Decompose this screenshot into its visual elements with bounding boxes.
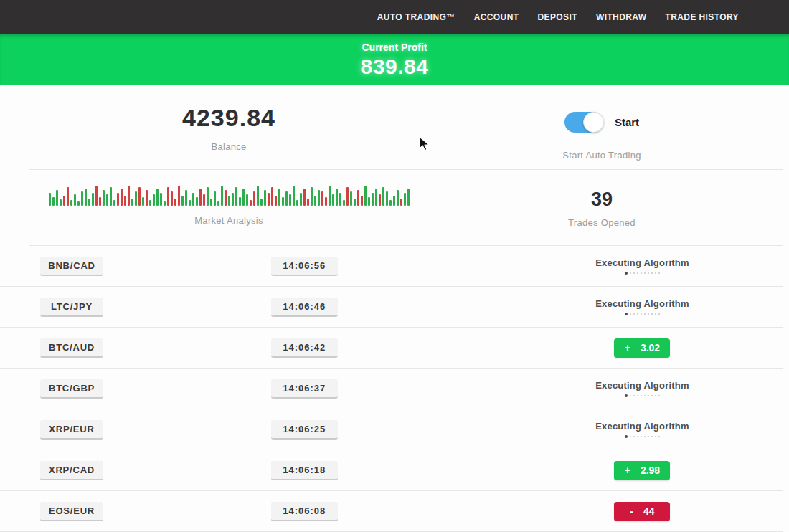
market-bar: [343, 200, 345, 206]
market-bar: [318, 190, 320, 206]
progress-dot: [658, 436, 660, 437]
result-value: 44: [643, 505, 655, 517]
market-bar: [407, 189, 410, 206]
market-bar: [131, 199, 133, 206]
pair-chip[interactable]: XRP/CAD: [40, 461, 103, 480]
market-bar: [321, 191, 323, 206]
market-bar: [149, 200, 151, 206]
market-bar: [178, 186, 180, 206]
pair-chip[interactable]: XRP/EUR: [40, 420, 103, 440]
progress-dot: [637, 272, 638, 274]
nav-trade-history[interactable]: TRADE HISTORY: [665, 12, 739, 22]
toggle-start-label: Start: [615, 116, 639, 128]
trades-opened-label: Trades Opened: [568, 217, 636, 228]
progress-dot: [655, 395, 656, 396]
progress-dot: [655, 313, 656, 315]
market-bar: [189, 200, 191, 206]
market-bar: [181, 196, 184, 206]
progress-dot: [644, 395, 646, 396]
progress-dot: [641, 395, 642, 396]
pair-chip[interactable]: BTC/AUD: [40, 338, 103, 358]
pair-chip[interactable]: LTC/JPY: [40, 298, 103, 317]
market-bar: [232, 193, 234, 206]
nav-deposit[interactable]: DEPOSIT: [537, 12, 577, 22]
progress-dot: [630, 436, 631, 437]
progress-dot: [648, 272, 649, 274]
nav-account[interactable]: ACCOUNT: [474, 12, 519, 22]
market-bar: [239, 197, 241, 206]
pair-chip[interactable]: BTC/GBP: [40, 379, 103, 399]
market-bar: [250, 200, 252, 206]
market-bar: [332, 194, 334, 206]
market-bar: [293, 186, 295, 206]
market-bar: [346, 187, 349, 206]
market-bar: [260, 199, 263, 206]
market-bar: [339, 193, 341, 206]
progress-dot: [641, 436, 642, 437]
market-bar: [196, 197, 198, 206]
market-bar: [214, 191, 216, 206]
market-bar: [314, 196, 316, 206]
market-analysis-bars: [49, 184, 410, 206]
market-bar: [160, 193, 162, 206]
table-row: XRP/CAD14:06:18+2.98: [0, 450, 783, 491]
market-bar: [164, 201, 166, 206]
pair-chip[interactable]: EOS/EUR: [40, 502, 103, 521]
table-row: EOS/EUR14:06:08-44: [0, 491, 783, 532]
progress-dot: [633, 272, 635, 274]
market-bar: [325, 197, 327, 206]
nav-withdraw[interactable]: WITHDRAW: [596, 12, 647, 22]
progress-dot: [633, 395, 635, 396]
auto-trading-toggle[interactable]: [564, 112, 603, 133]
market-bar: [275, 196, 277, 206]
progress-dot: [637, 436, 638, 437]
market-bar: [70, 200, 72, 206]
market-bar: [56, 190, 58, 206]
market-bar: [153, 194, 155, 206]
market-bar: [121, 189, 123, 206]
market-bar: [311, 187, 313, 206]
market-bar: [110, 187, 112, 206]
market-bar: [67, 187, 69, 206]
market-bar: [95, 186, 98, 206]
current-profit-value: 839.84: [361, 54, 429, 79]
market-bar: [307, 199, 309, 206]
market-bar: [217, 201, 219, 206]
progress-dots-icon: [625, 313, 660, 315]
market-bar: [74, 194, 76, 206]
market-bar: [268, 193, 270, 206]
profit-badge: +2.98: [614, 461, 670, 480]
progress-dot: [625, 435, 628, 438]
market-bar: [253, 191, 255, 206]
trade-time-chip: 14:06:42: [271, 338, 338, 358]
market-bar: [393, 196, 395, 206]
market-bar: [85, 189, 87, 206]
trade-time-chip: 14:06:37: [271, 379, 338, 399]
top-nav: AUTO TRADING™ ACCOUNT DEPOSIT WITHDRAW T…: [0, 0, 789, 34]
market-bar: [397, 190, 399, 206]
market-bar: [103, 190, 105, 206]
progress-dot: [651, 313, 653, 315]
progress-dots-icon: [625, 272, 660, 275]
progress-dot: [625, 313, 628, 315]
progress-dot: [633, 436, 635, 437]
market-bar: [278, 189, 280, 206]
nav-auto-trading[interactable]: AUTO TRADING™: [377, 12, 455, 22]
progress-dot: [648, 395, 649, 396]
progress-dot: [648, 436, 649, 437]
market-bar: [113, 200, 115, 206]
result-sign: -: [630, 505, 633, 517]
table-row: BNB/CAD14:06:56Executing Algorithm: [0, 246, 783, 287]
trade-time-chip: 14:06:08: [271, 502, 338, 521]
market-bar: [88, 199, 90, 206]
result-value: 3.02: [641, 342, 660, 353]
market-bar: [174, 199, 176, 206]
table-row: LTC/JPY14:06:46Executing Algorithm: [0, 287, 783, 328]
market-bar: [124, 196, 126, 206]
pair-chip[interactable]: BNB/CAD: [40, 257, 103, 276]
market-bar: [77, 201, 80, 206]
start-auto-trading-label: Start Auto Trading: [562, 150, 641, 161]
progress-dot: [658, 313, 660, 315]
market-bar: [128, 186, 130, 206]
market-bar: [156, 189, 159, 206]
